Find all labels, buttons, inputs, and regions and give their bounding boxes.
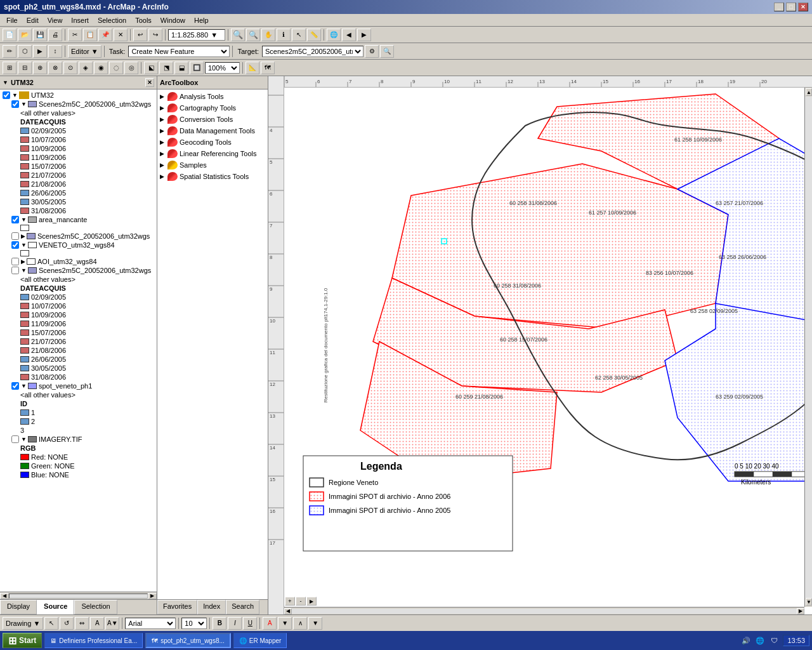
menu-selection[interactable]: Selection [94, 15, 130, 25]
task-select[interactable]: Create New Feature [128, 46, 230, 57]
linecolor-btn[interactable]: ∧ [293, 617, 307, 630]
map-hscrollbar[interactable]: ◀ ▶ [284, 607, 804, 614]
toc-checkbox-imagery[interactable] [11, 435, 19, 443]
toolbox-analysis[interactable]: ▶ Analysis Tools [159, 91, 266, 102]
editor-dropdown[interactable]: Editor ▼ [68, 45, 102, 58]
toc-scroll-right[interactable]: ▶ [148, 593, 157, 599]
toolbox-tab-search[interactable]: Search [226, 600, 259, 614]
back-button[interactable]: ◀ [342, 29, 356, 41]
toc-checkbox-veneto[interactable] [11, 241, 19, 249]
minimize-button[interactable]: _ [774, 3, 784, 11]
toc-scroll-left[interactable]: ◀ [0, 593, 9, 599]
view-btn3[interactable]: ⬓ [174, 62, 188, 74]
target-option-btn[interactable]: ⚙ [365, 45, 379, 58]
paste-button[interactable]: 📌 [98, 29, 112, 41]
zoom-out-button[interactable]: 🔍 [246, 29, 260, 41]
toolbox-expand-cartography[interactable]: ▶ [160, 105, 166, 111]
pan-button[interactable]: ✋ [261, 29, 275, 41]
fontcolor-btn[interactable]: A [263, 617, 277, 630]
draw-rotate[interactable]: ↺ [60, 617, 74, 630]
save-button[interactable]: 💾 [33, 29, 47, 41]
tab-selection[interactable]: Selection [74, 600, 117, 614]
zoom-select[interactable]: 100% [205, 62, 240, 74]
map-svg[interactable]: 61 258 10/09/2006 60 258 31/08/2006 61 2… [284, 88, 812, 614]
zoom-in-button[interactable]: 🔍 [231, 29, 245, 41]
toolbox-expand-conversion[interactable]: ▶ [160, 116, 166, 123]
draw-text[interactable]: A [90, 617, 104, 630]
map-scroll-right[interactable]: ▶ [797, 608, 804, 614]
snap-btn5[interactable]: ⊙ [63, 62, 77, 74]
toc-checkbox-spot[interactable] [11, 382, 19, 390]
menu-view[interactable]: View [44, 15, 67, 25]
toc-checkbox-area[interactable] [11, 216, 19, 223]
menu-insert[interactable]: Insert [67, 15, 93, 25]
toc-expand-spot[interactable]: ▼ [21, 383, 27, 389]
toolbox-expand-datamanagement[interactable]: ▶ [160, 128, 166, 134]
italic-btn[interactable]: I [228, 617, 242, 630]
maximize-button[interactable]: □ [786, 3, 796, 11]
font-select[interactable]: Arial [125, 618, 176, 629]
menu-edit[interactable]: Edit [23, 15, 43, 25]
identify-button[interactable]: ℹ [277, 29, 291, 41]
toc-expand-icon[interactable]: ▼ [3, 79, 8, 86]
toolbox-expand-spatial[interactable]: ▶ [160, 173, 166, 180]
toc-close-btn[interactable]: ✕ [145, 78, 154, 87]
print-button[interactable]: 🖨 [48, 29, 62, 41]
toolbox-expand-samples[interactable]: ▶ [160, 162, 166, 168]
toc-checkbox-scenes1[interactable] [11, 100, 19, 108]
map-nav-zoomout[interactable]: - [296, 597, 306, 606]
toc-expand-aoi[interactable]: ▶ [21, 258, 25, 265]
snap-btn4[interactable]: ⊗ [48, 62, 62, 74]
bold-btn[interactable]: B [213, 617, 226, 630]
fontsize-select[interactable]: 10 [181, 618, 207, 629]
search-btn[interactable]: 🔍 [380, 45, 394, 58]
snap-btn6[interactable]: ◈ [79, 62, 93, 74]
edit-tool4[interactable]: ↕ [48, 45, 62, 58]
view-btn1[interactable]: ⬕ [144, 62, 158, 74]
toc-expand-scenes1[interactable]: ▼ [21, 101, 27, 107]
taskbar-app-ermapper[interactable]: 🌐 ER Mapper [233, 633, 287, 648]
toc-expand-scenes2[interactable]: ▶ [21, 233, 25, 239]
redo-button[interactable]: ↪ [148, 29, 162, 41]
toolbox-conversion[interactable]: ▶ Conversion Tools [159, 114, 266, 125]
snap-btn7[interactable]: ◉ [94, 62, 108, 74]
scale-input[interactable]: 1:1.825.880 ▼ [168, 29, 225, 41]
delete-button[interactable]: ✕ [114, 29, 128, 41]
close-button[interactable]: ✕ [798, 3, 808, 11]
start-button[interactable]: ⊞ Start [3, 633, 42, 648]
toolbox-expand-analysis[interactable]: ▶ [160, 93, 166, 100]
toolbox-tab-index[interactable]: Index [197, 600, 226, 614]
taskbar-app-spot[interactable]: 🗺 spot_ph2_utm_wgs8... [145, 633, 231, 648]
open-button[interactable]: 📂 [18, 29, 32, 41]
globe-button[interactable]: 🌐 [327, 29, 341, 41]
toc-expand-scenes3[interactable]: ▼ [21, 267, 27, 274]
snap-btn3[interactable]: ⊕ [33, 62, 47, 74]
drawing-dropdown[interactable]: Drawing ▼ [3, 617, 43, 630]
tab-source[interactable]: Source [37, 600, 74, 614]
new-button[interactable]: 📄 [3, 29, 16, 41]
cut-button[interactable]: ✂ [68, 29, 82, 41]
map-nav-move[interactable]: ▶ [306, 597, 317, 606]
map-scroll-down[interactable]: ▼ [806, 598, 812, 606]
forward-button[interactable]: ▶ [357, 29, 371, 41]
toolbox-datamanagement[interactable]: ▶ Data Management Tools [159, 125, 266, 136]
fillcolor-btn[interactable]: ▼ [278, 617, 292, 630]
toc-expand-veneto[interactable]: ▼ [21, 242, 27, 248]
snap-btn1[interactable]: ⊞ [3, 62, 16, 74]
menu-help[interactable]: Help [190, 15, 213, 25]
toc-area[interactable]: ▼ UTM32 ▼ Scenes2m5C_20052006_utm32wgs <… [0, 90, 157, 592]
view-btn2[interactable]: ⬔ [159, 62, 173, 74]
toolbox-tree[interactable]: ▶ Analysis Tools ▶ Cartography Tools ▶ C… [157, 90, 268, 599]
snap-btn2[interactable]: ⊟ [18, 62, 32, 74]
view-btn4[interactable]: 🔲 [190, 62, 204, 74]
edit-tool3[interactable]: ▶ [33, 45, 47, 58]
toc-checkbox-utm32[interactable] [3, 91, 10, 99]
toolbox-tab-favorites[interactable]: Favorites [157, 600, 197, 614]
layout-btn2[interactable]: 🗺 [261, 62, 275, 74]
tab-display[interactable]: Display [0, 600, 37, 614]
select-button[interactable]: ↖ [292, 29, 306, 41]
toolbox-expand-geocoding[interactable]: ▶ [160, 139, 166, 145]
toolbox-spatial[interactable]: ▶ Spatial Statistics Tools [159, 171, 266, 182]
draw-text2[interactable]: A▼ [105, 617, 119, 630]
snap-btn8[interactable]: ◌ [109, 62, 123, 74]
